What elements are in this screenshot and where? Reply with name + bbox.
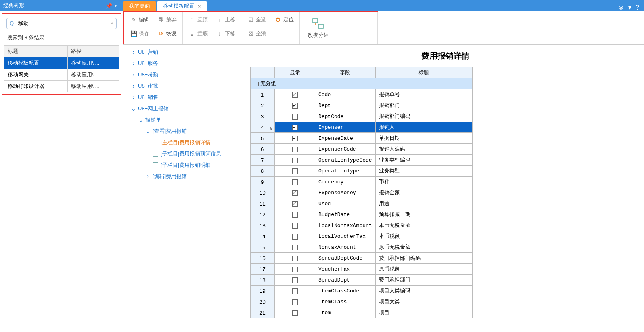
title-cell[interactable]: 报销部门编码: [375, 111, 472, 122]
show-checkbox[interactable]: [292, 267, 298, 272]
field-cell[interactable]: Code: [315, 89, 376, 100]
show-checkbox[interactable]: [292, 103, 298, 109]
field-cell[interactable]: Expenser: [315, 122, 376, 133]
show-cell[interactable]: [275, 155, 315, 166]
show-checkbox[interactable]: [292, 190, 298, 196]
field-cell[interactable]: NontaxAmount: [315, 242, 376, 253]
grid-row[interactable]: 9Currency币种: [251, 177, 473, 187]
tree-node-expense-bill[interactable]: 报销单: [123, 114, 247, 126]
grid-row[interactable]: 5ExpenseDate单据日期: [251, 133, 473, 144]
title-cell[interactable]: 业务类型编码: [375, 155, 472, 166]
grid-row[interactable]: 21Item项目: [251, 307, 473, 318]
title-header[interactable]: 标题: [375, 67, 472, 78]
search-result-row[interactable]: 移动模板配置移动应用\ ...: [4, 57, 119, 69]
bottom-button[interactable]: ⤓置底: [185, 27, 211, 40]
discard-button[interactable]: 🗐放弃: [154, 14, 180, 26]
field-cell[interactable]: ExpenseMoney: [315, 187, 376, 198]
deselect-button[interactable]: ☒全消: [244, 27, 270, 40]
changegroup-button[interactable]: 改变分组: [302, 14, 335, 42]
show-checkbox[interactable]: [292, 125, 298, 130]
title-cell[interactable]: 费用承担部门: [375, 275, 472, 286]
title-cell[interactable]: 单据日期: [375, 133, 472, 144]
show-checkbox[interactable]: [292, 277, 298, 283]
show-cell[interactable]: [275, 177, 315, 187]
close-panel-icon[interactable]: ×: [113, 3, 120, 9]
restore-button[interactable]: ↺恢复: [154, 27, 180, 40]
grid-row[interactable]: 16SpreadDeptCode费用承担部门编码: [251, 253, 473, 264]
tree-node-sales[interactable]: U8+销售: [123, 92, 247, 103]
show-checkbox[interactable]: [292, 179, 298, 185]
tree-leaf-budget-info[interactable]: [子栏目]费用报销预算信息: [123, 148, 247, 160]
show-cell[interactable]: [275, 209, 315, 220]
title-cell[interactable]: 报销金额: [375, 187, 472, 198]
grid-row[interactable]: 18SpreadDept费用承担部门: [251, 275, 473, 286]
field-cell[interactable]: ItemClass: [315, 296, 376, 307]
grid-row[interactable]: 13LocalNontaxAmount本币无税金额: [251, 220, 473, 231]
title-cell[interactable]: 报销人: [375, 122, 472, 133]
edit-button[interactable]: ✎编辑: [127, 14, 153, 26]
field-cell[interactable]: LocalVoucherTax: [315, 231, 376, 242]
col-header-title[interactable]: 标题: [4, 46, 68, 57]
show-cell[interactable]: [275, 122, 315, 133]
title-cell[interactable]: 本币无税金额: [375, 220, 472, 231]
grid-row[interactable]: 10ExpenseMoney报销金额: [251, 187, 473, 198]
tree-node-approval[interactable]: U8+审批: [123, 80, 247, 92]
title-cell[interactable]: 业务类型: [375, 166, 472, 177]
tree-node-service[interactable]: U8+服务: [123, 58, 247, 69]
grid-row[interactable]: 17VoucherTax原币税额: [251, 264, 473, 275]
show-checkbox[interactable]: [292, 114, 298, 120]
clear-search-icon[interactable]: ×: [110, 20, 113, 26]
show-cell[interactable]: [275, 111, 315, 122]
grid-row[interactable]: 2Dept报销部门: [251, 100, 473, 111]
show-checkbox[interactable]: [292, 92, 298, 98]
title-cell[interactable]: 项目大类: [375, 296, 472, 307]
show-cell[interactable]: [275, 296, 315, 307]
show-checkbox[interactable]: [292, 147, 298, 152]
show-checkbox[interactable]: [292, 234, 298, 240]
down-button[interactable]: ↓下移: [213, 27, 238, 40]
title-cell[interactable]: 用途: [375, 198, 472, 209]
tab-mobile-template[interactable]: 移动模板配置 ×: [157, 1, 207, 11]
grid-row[interactable]: 20ItemClass项目大类: [251, 296, 473, 307]
title-cell[interactable]: 预算扣减日期: [375, 209, 472, 220]
field-cell[interactable]: LocalNontaxAmount: [315, 220, 376, 231]
show-checkbox[interactable]: [292, 201, 298, 207]
show-cell[interactable]: [275, 307, 315, 318]
field-cell[interactable]: Used: [315, 198, 376, 209]
title-cell[interactable]: 项目大类编码: [375, 286, 472, 296]
grid-row[interactable]: 6ExpenserCode报销人编码: [251, 144, 473, 155]
tree-node-attendance[interactable]: U8+考勤: [123, 69, 247, 80]
field-cell[interactable]: OperationTypeCode: [315, 155, 376, 166]
field-cell[interactable]: ItemClassCode: [315, 286, 376, 296]
show-checkbox[interactable]: [292, 310, 298, 316]
field-cell[interactable]: ExpenserCode: [315, 144, 376, 155]
search-result-row[interactable]: 移动网关移动应用\ ...: [4, 69, 119, 81]
show-cell[interactable]: [275, 133, 315, 144]
title-cell[interactable]: 项目: [375, 307, 472, 318]
up-button[interactable]: ↑上移: [213, 14, 238, 26]
search-input[interactable]: [6, 18, 117, 29]
grid-row[interactable]: 4✎Expenser报销人: [251, 122, 473, 133]
grid-row[interactable]: 19ItemClassCode项目大类编码: [251, 286, 473, 296]
show-cell[interactable]: [275, 144, 315, 155]
show-cell[interactable]: [275, 286, 315, 296]
show-checkbox[interactable]: [292, 212, 298, 218]
title-cell[interactable]: 原币无税金额: [375, 242, 472, 253]
title-cell[interactable]: 币种: [375, 177, 472, 187]
field-cell[interactable]: BudgetDate: [315, 209, 376, 220]
show-cell[interactable]: [275, 231, 315, 242]
grid-row[interactable]: 7OperationTypeCode业务类型编码: [251, 155, 473, 166]
show-checkbox[interactable]: [292, 136, 298, 141]
field-cell[interactable]: Dept: [315, 100, 376, 111]
grid-row[interactable]: 11Used用途: [251, 198, 473, 209]
tab-desktop[interactable]: 我的桌面: [123, 1, 156, 11]
show-cell[interactable]: [275, 187, 315, 198]
grid-row[interactable]: 14LocalVoucherTax本币税额: [251, 231, 473, 242]
col-header-path[interactable]: 路径: [68, 46, 119, 57]
selectall-button[interactable]: ☑全选: [244, 14, 270, 26]
field-cell[interactable]: OperationType: [315, 166, 376, 177]
show-checkbox[interactable]: [292, 245, 298, 250]
search-result-row[interactable]: 移动打印设计器移动应用\ ...: [4, 81, 119, 92]
locate-button[interactable]: ✪定位: [271, 14, 297, 26]
title-cell[interactable]: 报销单号: [375, 89, 472, 100]
